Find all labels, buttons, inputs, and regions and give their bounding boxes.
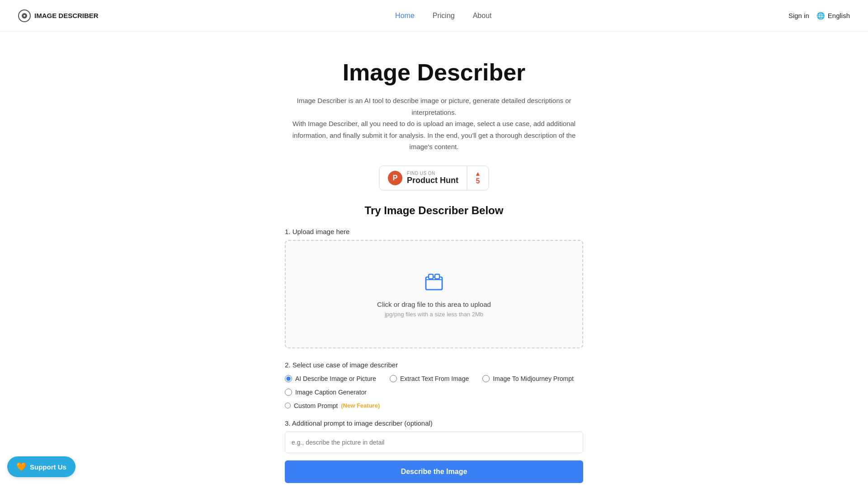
option-caption[interactable]: Image Caption Generator (285, 389, 367, 396)
heart-icon: 🧡 (16, 462, 26, 472)
nav-pricing[interactable]: Pricing (433, 12, 455, 20)
logo-text: IMAGE DESCRIBER (34, 12, 99, 19)
option-extract[interactable]: Extract Text From Image (390, 375, 469, 382)
upload-text: Click or drag file to this area to uploa… (377, 300, 491, 308)
main-content: Try Image Describer Below 1. Upload imag… (276, 204, 592, 488)
logo[interactable]: IMAGE DESCRIBER (18, 9, 99, 22)
nav-about[interactable]: About (473, 12, 492, 20)
upload-label: 1. Upload image here (285, 228, 583, 235)
prompt-label: 3. Additional prompt to image describer … (285, 419, 583, 427)
use-case-label: 2. Select use case of image describer (285, 361, 583, 369)
logo-icon (18, 9, 31, 22)
product-hunt-badge[interactable]: P FIND US ON Product Hunt ▲ 5 (379, 165, 489, 191)
ph-left: P FIND US ON Product Hunt (380, 166, 467, 190)
hero-title: Image Describer (9, 59, 859, 86)
ph-text: FIND US ON Product Hunt (407, 171, 458, 185)
option-midjourney[interactable]: Image To Midjourney Prompt (482, 375, 574, 382)
ph-vote: ▲ 5 (467, 166, 488, 190)
upload-icon (422, 271, 446, 294)
globe-icon: 🌐 (816, 12, 825, 20)
lang-label: English (828, 12, 850, 19)
new-feature-badge: (New Feature) (341, 402, 380, 409)
option-caption-label: Image Caption Generator (295, 389, 367, 396)
use-case-options: AI Describe Image or Picture Extract Tex… (285, 375, 583, 396)
svg-rect-4 (429, 274, 433, 279)
nav-home[interactable]: Home (395, 12, 415, 20)
svg-rect-5 (435, 274, 439, 279)
option-describe-label: AI Describe Image or Picture (295, 375, 376, 382)
nav-right: Sign in 🌐 English (788, 12, 850, 20)
option-extract-label: Extract Text From Image (400, 375, 469, 382)
prompt-input[interactable] (285, 432, 583, 453)
ph-arrow-icon: ▲ (475, 170, 481, 177)
upload-zone[interactable]: Click or drag file to this area to uploa… (285, 240, 583, 348)
try-title: Try Image Describer Below (285, 204, 583, 217)
navbar: IMAGE DESCRIBER Home Pricing About Sign … (0, 0, 868, 32)
support-button[interactable]: 🧡 Support Us (7, 456, 75, 477)
hero-section: Image Describer Image Describer is an AI… (0, 32, 868, 204)
signin-link[interactable]: Sign in (788, 12, 809, 19)
ph-find-text: FIND US ON (407, 171, 458, 176)
language-selector[interactable]: 🌐 English (816, 12, 850, 20)
upload-hint: jpg/png files with a size less than 2Mb (385, 311, 483, 318)
hero-description: Image Describer is an AI tool to describ… (280, 95, 588, 153)
option-custom[interactable]: Custom Prompt (New Feature) (285, 402, 583, 409)
svg-point-2 (24, 15, 25, 17)
nav-links: Home Pricing About (395, 12, 491, 20)
support-label: Support Us (30, 463, 66, 471)
option-custom-label: Custom Prompt (294, 402, 338, 409)
option-midjourney-label: Image To Midjourney Prompt (493, 375, 574, 382)
ph-count: 5 (476, 177, 480, 185)
ph-product-name: Product Hunt (407, 176, 458, 185)
describe-button[interactable]: Describe the Image (285, 460, 583, 483)
option-describe[interactable]: AI Describe Image or Picture (285, 375, 376, 382)
ph-logo: P (388, 171, 402, 185)
